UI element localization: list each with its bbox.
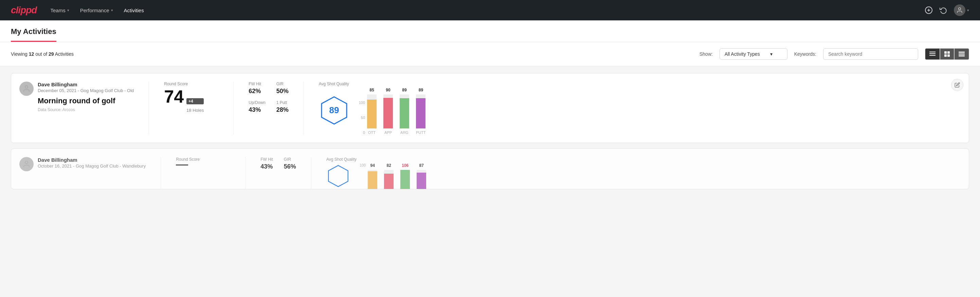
view-toggle — [925, 48, 969, 60]
teams-chevron-icon: ▾ — [67, 8, 69, 13]
svg-rect-13 — [959, 55, 965, 56]
list-compact-view-button[interactable] — [925, 48, 940, 60]
grid-view-button[interactable] — [940, 48, 954, 60]
shot-quality-chart: 100 50 0 85 OTT — [359, 88, 426, 134]
avg-shot-quality-label: Avg Shot Quality — [326, 157, 961, 162]
bar-ott: 85 OTT — [367, 88, 377, 134]
score-badge: +4 — [186, 98, 204, 104]
logo: clippd — [11, 5, 37, 16]
svg-point-14 — [25, 86, 28, 88]
score-block: 74 +4 18 Holes — [164, 88, 218, 113]
card-date: October 16, 2021 - Gog Magog Golf Club -… — [38, 163, 146, 169]
navbar-right: ▾ — [925, 5, 969, 16]
fw-hit-stat: FW Hit 43% — [261, 157, 273, 170]
round-score-label: Round Score — [176, 157, 230, 162]
divider — [161, 157, 161, 189]
bar-putt: 87 — [417, 163, 426, 189]
bar-arg: 106 — [400, 163, 410, 189]
viewing-text: Viewing 12 out of 29 Activities — [11, 51, 693, 57]
avg-shot-quality-section: Avg Shot Quality 100 9 — [326, 157, 961, 189]
gir-stat: GIR 56% — [284, 157, 296, 170]
up-down-stat: Up/Down 43% — [248, 100, 265, 113]
fw-hit-stat: FW Hit 62% — [248, 81, 265, 95]
stat-grid: FW Hit 62% Up/Down 43% GIR 50% 1 Putt — [248, 81, 288, 113]
avg-shot-quality-label: Avg Shot Quality — [319, 81, 961, 86]
svg-point-17 — [25, 161, 28, 164]
activity-type-dropdown[interactable]: All Activity Types ▾ — [719, 48, 788, 60]
bar-app: 82 — [384, 163, 394, 189]
card-meta: Dave Billingham December 05, 2021 - Gog … — [38, 81, 134, 112]
main-content: Dave Billingham December 05, 2021 - Gog … — [0, 66, 980, 201]
one-putt-stat: 1 Putt 28% — [277, 100, 289, 113]
navbar: clippd Teams ▾ Performance ▾ Activities — [0, 0, 980, 21]
round-score-label: Round Score — [164, 81, 218, 86]
svg-rect-10 — [947, 54, 950, 57]
navbar-left: clippd Teams ▾ Performance ▾ Activities — [11, 5, 144, 16]
user-menu[interactable]: ▾ — [954, 5, 969, 16]
activity-card: Dave Billingham October 16, 2021 - Gog M… — [11, 148, 969, 189]
shot-quality-hex: 89 — [319, 95, 349, 127]
nav-teams[interactable]: Teams ▾ — [50, 5, 69, 16]
search-input[interactable] — [823, 48, 918, 60]
avg-shot-quality-section: Avg Shot Quality 89 100 50 — [319, 81, 961, 134]
card-activity-title: Morning round of golf — [38, 96, 134, 105]
card-meta: Dave Billingham October 16, 2021 - Gog M… — [38, 157, 146, 169]
svg-rect-12 — [959, 54, 965, 55]
gir-stat: GIR 50% — [277, 81, 289, 95]
card-avatar — [19, 81, 33, 96]
avatar — [954, 5, 966, 16]
nav-activities[interactable]: Activities — [124, 5, 144, 16]
svg-rect-6 — [929, 55, 935, 56]
bar-putt: 89 PUTT — [416, 88, 426, 134]
nav-links: Teams ▾ Performance ▾ Activities — [50, 5, 144, 16]
svg-rect-7 — [944, 51, 947, 54]
divider — [245, 157, 245, 189]
performance-chevron-icon: ▾ — [111, 8, 113, 13]
list-view-button[interactable] — [954, 48, 969, 60]
round-score-section: Round Score — [176, 157, 230, 166]
stat-grid: FW Hit 43% GIR 56% — [261, 157, 296, 170]
svg-rect-11 — [959, 52, 965, 53]
svg-text:89: 89 — [329, 105, 339, 115]
card-date: December 05, 2021 - Gog Magog Golf Club … — [38, 88, 134, 93]
card-user-name: Dave Billingham — [38, 81, 134, 87]
divider — [149, 81, 149, 134]
shot-quality-hex — [326, 164, 350, 189]
svg-marker-18 — [328, 166, 348, 187]
activity-card: Dave Billingham December 05, 2021 - Gog … — [11, 73, 969, 143]
shot-quality-chart: 100 94 82 — [360, 163, 426, 189]
bar-app: 90 APP — [383, 88, 393, 134]
divider — [233, 81, 234, 134]
show-label: Show: — [700, 51, 713, 57]
svg-rect-5 — [929, 53, 935, 54]
activity-type-chevron-icon: ▾ — [770, 51, 773, 57]
round-score-section: Round Score 74 +4 18 Holes — [164, 81, 218, 113]
score-holes: 18 Holes — [186, 108, 204, 113]
refresh-button[interactable] — [940, 6, 947, 14]
user-chevron-icon: ▾ — [967, 8, 969, 13]
card-user-name: Dave Billingham — [38, 157, 146, 163]
bar-ott: 94 — [368, 163, 377, 189]
add-button[interactable] — [925, 6, 933, 14]
card-avatar — [19, 157, 33, 171]
keywords-label: Keywords: — [794, 51, 816, 57]
page-title: My Activities — [11, 27, 56, 42]
svg-rect-9 — [944, 54, 947, 57]
bar-arg: 89 ARG — [400, 88, 409, 134]
score-value: 74 — [164, 88, 184, 105]
nav-performance[interactable]: Performance ▾ — [80, 5, 113, 16]
svg-point-3 — [959, 8, 961, 10]
filter-bar: Viewing 12 out of 29 Activities Show: Al… — [0, 42, 980, 66]
page-header: My Activities — [0, 21, 980, 42]
svg-rect-4 — [929, 52, 935, 52]
divider — [311, 157, 312, 189]
edit-button[interactable] — [951, 79, 963, 91]
card-data-source: Data Source: Arccos — [38, 107, 134, 112]
svg-rect-8 — [947, 51, 950, 54]
divider — [304, 81, 304, 134]
